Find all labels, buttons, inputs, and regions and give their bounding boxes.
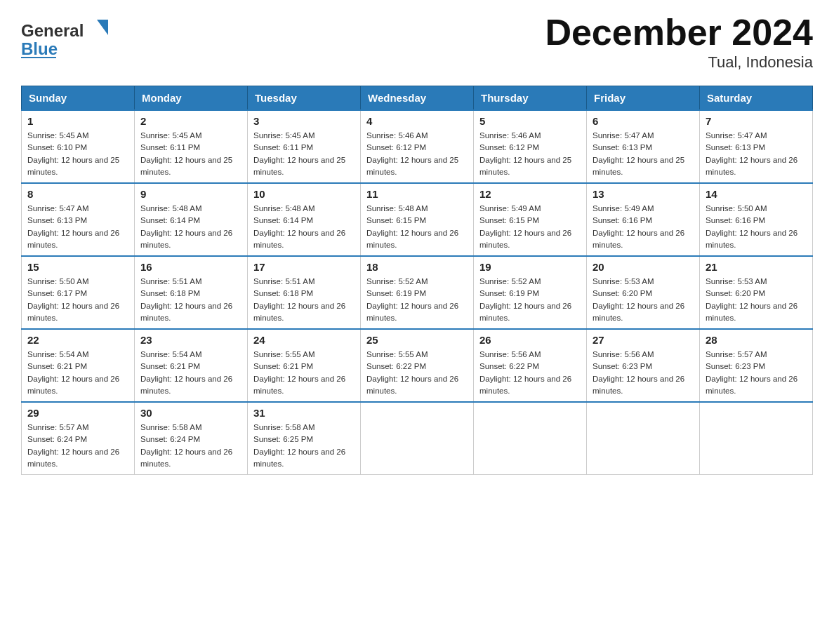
- table-row: 9 Sunrise: 5:48 AM Sunset: 6:14 PM Dayli…: [135, 183, 248, 256]
- day-number: 25: [366, 334, 468, 346]
- day-info: Sunrise: 5:52 AM Sunset: 6:19 PM Dayligh…: [366, 276, 468, 324]
- day-info: Sunrise: 5:48 AM Sunset: 6:15 PM Dayligh…: [366, 203, 468, 251]
- day-number: 11: [366, 188, 468, 200]
- day-number: 14: [706, 188, 807, 200]
- col-sunday: Sunday: [22, 86, 135, 111]
- day-info: Sunrise: 5:47 AM Sunset: 6:13 PM Dayligh…: [706, 130, 807, 178]
- day-info: Sunrise: 5:55 AM Sunset: 6:21 PM Dayligh…: [253, 349, 355, 397]
- page-title: December 2024: [545, 14, 813, 51]
- table-row: 25 Sunrise: 5:55 AM Sunset: 6:22 PM Dayl…: [361, 329, 474, 402]
- table-row: 2 Sunrise: 5:45 AM Sunset: 6:11 PM Dayli…: [135, 110, 248, 183]
- day-info: Sunrise: 5:56 AM Sunset: 6:22 PM Dayligh…: [479, 349, 581, 397]
- day-number: 2: [140, 115, 241, 127]
- table-row: [474, 402, 587, 475]
- logo: General Blue: [21, 14, 112, 63]
- day-info: Sunrise: 5:49 AM Sunset: 6:15 PM Dayligh…: [479, 203, 581, 251]
- day-number: 29: [27, 407, 128, 419]
- page-header: General Blue December 2024 Tual, Indones…: [21, 14, 813, 72]
- table-row: 17 Sunrise: 5:51 AM Sunset: 6:18 PM Dayl…: [248, 256, 361, 329]
- table-row: 26 Sunrise: 5:56 AM Sunset: 6:22 PM Dayl…: [474, 329, 587, 402]
- day-info: Sunrise: 5:57 AM Sunset: 6:24 PM Dayligh…: [27, 422, 128, 470]
- table-row: 4 Sunrise: 5:46 AM Sunset: 6:12 PM Dayli…: [361, 110, 474, 183]
- calendar-header-row: Sunday Monday Tuesday Wednesday Thursday…: [22, 86, 813, 111]
- day-number: 8: [27, 188, 128, 200]
- day-info: Sunrise: 5:50 AM Sunset: 6:17 PM Dayligh…: [27, 276, 128, 324]
- day-number: 28: [706, 334, 807, 346]
- day-info: Sunrise: 5:54 AM Sunset: 6:21 PM Dayligh…: [140, 349, 241, 397]
- day-info: Sunrise: 5:45 AM Sunset: 6:11 PM Dayligh…: [253, 130, 355, 178]
- day-number: 18: [366, 261, 468, 273]
- calendar-table: Sunday Monday Tuesday Wednesday Thursday…: [21, 86, 813, 475]
- col-tuesday: Tuesday: [248, 86, 361, 111]
- day-number: 30: [140, 407, 241, 419]
- table-row: 22 Sunrise: 5:54 AM Sunset: 6:21 PM Dayl…: [22, 329, 135, 402]
- table-row: 18 Sunrise: 5:52 AM Sunset: 6:19 PM Dayl…: [361, 256, 474, 329]
- table-row: 14 Sunrise: 5:50 AM Sunset: 6:16 PM Dayl…: [700, 183, 813, 256]
- day-info: Sunrise: 5:55 AM Sunset: 6:22 PM Dayligh…: [366, 349, 468, 397]
- day-info: Sunrise: 5:48 AM Sunset: 6:14 PM Dayligh…: [253, 203, 355, 251]
- svg-text:General: General: [21, 21, 84, 40]
- table-row: 11 Sunrise: 5:48 AM Sunset: 6:15 PM Dayl…: [361, 183, 474, 256]
- day-number: 22: [27, 334, 128, 346]
- table-row: 15 Sunrise: 5:50 AM Sunset: 6:17 PM Dayl…: [22, 256, 135, 329]
- table-row: 13 Sunrise: 5:49 AM Sunset: 6:16 PM Dayl…: [587, 183, 700, 256]
- day-info: Sunrise: 5:47 AM Sunset: 6:13 PM Dayligh…: [593, 130, 694, 178]
- day-number: 19: [479, 261, 581, 273]
- day-number: 21: [706, 261, 807, 273]
- day-number: 3: [253, 115, 355, 127]
- day-info: Sunrise: 5:58 AM Sunset: 6:25 PM Dayligh…: [253, 422, 355, 470]
- table-row: [587, 402, 700, 475]
- day-info: Sunrise: 5:56 AM Sunset: 6:23 PM Dayligh…: [593, 349, 694, 397]
- day-number: 12: [479, 188, 581, 200]
- day-info: Sunrise: 5:57 AM Sunset: 6:23 PM Dayligh…: [706, 349, 807, 397]
- day-info: Sunrise: 5:51 AM Sunset: 6:18 PM Dayligh…: [253, 276, 355, 324]
- table-row: 31 Sunrise: 5:58 AM Sunset: 6:25 PM Dayl…: [248, 402, 361, 475]
- day-info: Sunrise: 5:51 AM Sunset: 6:18 PM Dayligh…: [140, 276, 241, 324]
- day-number: 27: [593, 334, 694, 346]
- day-number: 6: [593, 115, 694, 127]
- day-info: Sunrise: 5:48 AM Sunset: 6:14 PM Dayligh…: [140, 203, 241, 251]
- day-number: 1: [27, 115, 128, 127]
- table-row: 21 Sunrise: 5:53 AM Sunset: 6:20 PM Dayl…: [700, 256, 813, 329]
- col-saturday: Saturday: [700, 86, 813, 111]
- table-row: 28 Sunrise: 5:57 AM Sunset: 6:23 PM Dayl…: [700, 329, 813, 402]
- day-number: 23: [140, 334, 241, 346]
- title-block: December 2024 Tual, Indonesia: [545, 14, 813, 72]
- table-row: 24 Sunrise: 5:55 AM Sunset: 6:21 PM Dayl…: [248, 329, 361, 402]
- day-number: 13: [593, 188, 694, 200]
- day-info: Sunrise: 5:49 AM Sunset: 6:16 PM Dayligh…: [593, 203, 694, 251]
- day-number: 4: [366, 115, 468, 127]
- table-row: 1 Sunrise: 5:45 AM Sunset: 6:10 PM Dayli…: [22, 110, 135, 183]
- day-number: 26: [479, 334, 581, 346]
- calendar-week-row: 1 Sunrise: 5:45 AM Sunset: 6:10 PM Dayli…: [22, 110, 813, 183]
- day-info: Sunrise: 5:53 AM Sunset: 6:20 PM Dayligh…: [593, 276, 694, 324]
- day-info: Sunrise: 5:54 AM Sunset: 6:21 PM Dayligh…: [27, 349, 128, 397]
- day-info: Sunrise: 5:53 AM Sunset: 6:20 PM Dayligh…: [706, 276, 807, 324]
- day-info: Sunrise: 5:46 AM Sunset: 6:12 PM Dayligh…: [479, 130, 581, 178]
- table-row: 8 Sunrise: 5:47 AM Sunset: 6:13 PM Dayli…: [22, 183, 135, 256]
- day-number: 31: [253, 407, 355, 419]
- day-info: Sunrise: 5:58 AM Sunset: 6:24 PM Dayligh…: [140, 422, 241, 470]
- logo-svg: General Blue: [21, 14, 112, 63]
- table-row: 12 Sunrise: 5:49 AM Sunset: 6:15 PM Dayl…: [474, 183, 587, 256]
- day-number: 17: [253, 261, 355, 273]
- calendar-week-row: 15 Sunrise: 5:50 AM Sunset: 6:17 PM Dayl…: [22, 256, 813, 329]
- svg-text:Blue: Blue: [21, 39, 58, 58]
- col-monday: Monday: [135, 86, 248, 111]
- table-row: [361, 402, 474, 475]
- table-row: 29 Sunrise: 5:57 AM Sunset: 6:24 PM Dayl…: [22, 402, 135, 475]
- table-row: 19 Sunrise: 5:52 AM Sunset: 6:19 PM Dayl…: [474, 256, 587, 329]
- table-row: 27 Sunrise: 5:56 AM Sunset: 6:23 PM Dayl…: [587, 329, 700, 402]
- day-number: 7: [706, 115, 807, 127]
- table-row: 5 Sunrise: 5:46 AM Sunset: 6:12 PM Dayli…: [474, 110, 587, 183]
- day-number: 9: [140, 188, 241, 200]
- table-row: 20 Sunrise: 5:53 AM Sunset: 6:20 PM Dayl…: [587, 256, 700, 329]
- day-info: Sunrise: 5:46 AM Sunset: 6:12 PM Dayligh…: [366, 130, 468, 178]
- day-info: Sunrise: 5:45 AM Sunset: 6:11 PM Dayligh…: [140, 130, 241, 178]
- day-number: 20: [593, 261, 694, 273]
- day-info: Sunrise: 5:47 AM Sunset: 6:13 PM Dayligh…: [27, 203, 128, 251]
- day-number: 10: [253, 188, 355, 200]
- page-subtitle: Tual, Indonesia: [545, 53, 813, 72]
- table-row: 23 Sunrise: 5:54 AM Sunset: 6:21 PM Dayl…: [135, 329, 248, 402]
- svg-marker-1: [97, 20, 108, 35]
